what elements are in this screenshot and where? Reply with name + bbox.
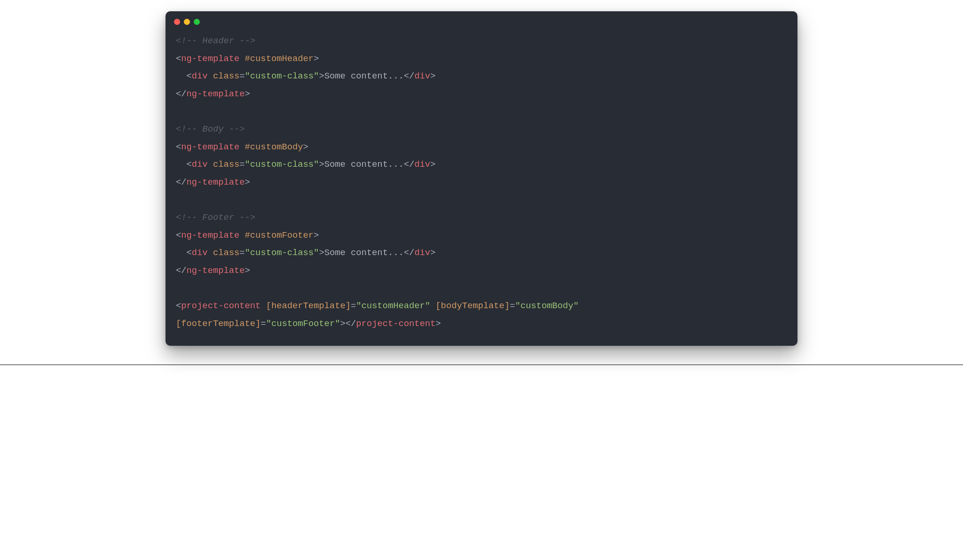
window-titlebar [166,11,797,27]
close-icon[interactable] [174,19,180,25]
template-ref-body: #customBody [245,142,303,152]
page-stage: <!-- Header --> <ng-template #customHead… [139,0,824,365]
div-text: Some content... [324,71,404,81]
template-ref-footer: #customFooter [245,230,314,241]
minimize-icon[interactable] [184,19,190,25]
tag-project-content: project-content [181,301,260,311]
attr-header-template: [headerTemplate] [266,301,351,311]
code-window: <!-- Header --> <ng-template #customHead… [166,11,797,346]
divider [0,365,963,365]
class-value: custom-class [250,71,314,81]
angle-open: < [176,54,181,64]
comment-body: <!-- Body --> [176,124,245,134]
tag-div: div [192,71,208,81]
tag-ng-template: ng-template [181,54,239,64]
comment-header: <!-- Header --> [176,36,255,46]
attr-class: class [213,71,239,81]
template-ref-header: #customHeader [245,54,314,64]
zoom-icon[interactable] [194,19,200,25]
comment-footer: <!-- Footer --> [176,212,255,223]
attr-footer-template: [footerTemplate] [176,319,260,329]
attr-body-template: [bodyTemplate] [435,301,510,311]
code-block[interactable]: <!-- Header --> <ng-template #customHead… [166,27,797,335]
